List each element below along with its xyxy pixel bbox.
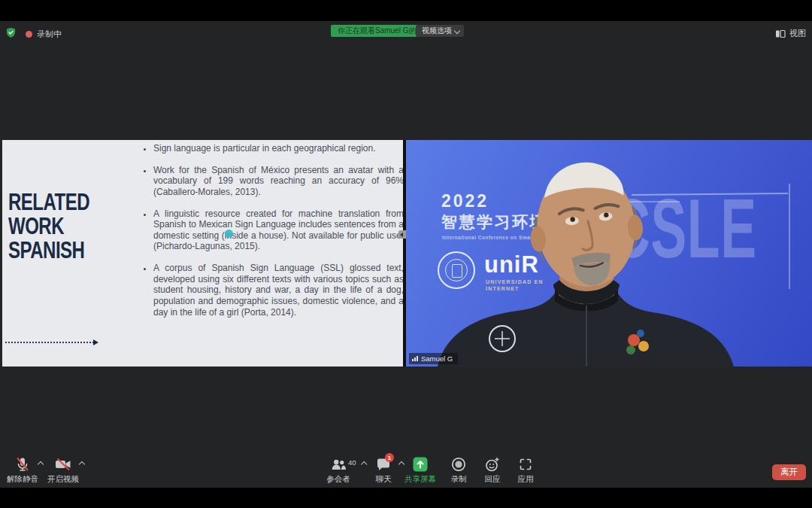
mic-muted-icon (14, 456, 31, 473)
reactions-icon (484, 456, 501, 473)
view-button[interactable]: 视图 (775, 28, 806, 39)
leave-button[interactable]: 离开 (772, 464, 806, 480)
unmute-button[interactable]: 解除静音 (7, 456, 38, 485)
camera-off-icon (54, 456, 72, 473)
participants-caret[interactable] (361, 461, 367, 467)
recording-label: 录制中 (37, 29, 62, 40)
chat-label: 聊天 (376, 474, 392, 485)
chat-unread-badge: 1 (385, 453, 394, 462)
reactions-label: 回应 (485, 474, 501, 485)
participants-label: 参会者 (326, 474, 350, 485)
letterbox-top (0, 0, 812, 21)
participants-icon (330, 456, 347, 473)
share-screen-label: 共享屏幕 (404, 474, 436, 485)
chevron-down-icon (454, 28, 460, 34)
video-options-label: 视频选项 (422, 26, 452, 35)
record-label: 录制 (451, 474, 467, 485)
start-video-label: 开启视频 (47, 474, 79, 485)
security-shield-icon[interactable] (6, 27, 16, 38)
signal-bars-icon (412, 356, 418, 361)
slide-bullet: A linguistic resource created for machin… (153, 208, 403, 253)
slide-bullet-list: Sign language is particular in each geog… (142, 143, 403, 328)
slide-bullet: A corpus of Spanish Sign Language (SSL) … (153, 263, 403, 318)
participant-name: Samuel G (421, 354, 453, 363)
shared-screen-slide: RELATED WORK SPANISH Sign language is pa… (2, 140, 403, 367)
apps-icon (517, 456, 534, 473)
slide-bullet: Work for the Spanish of México presents … (153, 165, 403, 198)
letterbox-bottom (0, 488, 812, 508)
unmute-label: 解除静音 (7, 474, 38, 485)
record-button[interactable]: 录制 (450, 456, 467, 485)
participants-button[interactable]: 40 参会者 (326, 456, 350, 485)
participant-video: CSLE 2022 智慧学习环境国际 International Confere… (406, 140, 812, 367)
slide-title-line2: SPANISH (8, 238, 144, 262)
meeting-toolbar: 解除静音 开启视频 40 参会者 (0, 456, 812, 488)
view-label: 视图 (789, 28, 806, 39)
video-options-caret[interactable] (79, 461, 85, 467)
share-screen-button[interactable]: 共享屏幕 (404, 456, 436, 485)
view-grid-icon (775, 29, 786, 38)
presenter-cursor-dot (225, 230, 233, 238)
slide-bullet: Sign language is particular in each geog… (153, 143, 403, 154)
participant-nametag: Samuel G (409, 353, 458, 364)
record-icon (450, 456, 467, 473)
recording-indicator: 录制中 (26, 29, 62, 40)
participants-count: 40 (348, 458, 356, 467)
presenter-figure (406, 140, 812, 367)
slide-title-line1: RELATED WORK (8, 190, 144, 238)
slide-title: RELATED WORK SPANISH (8, 190, 144, 262)
recording-dot-icon (26, 31, 32, 38)
slide-dotted-arrow (5, 342, 94, 343)
mic-options-caret[interactable] (38, 461, 44, 467)
video-options-dropdown[interactable]: 视频选项 (416, 25, 464, 37)
chat-caret[interactable] (398, 461, 404, 467)
chat-button[interactable]: 1 聊天 (375, 456, 392, 485)
apps-label: 应用 (518, 474, 534, 485)
start-video-button[interactable]: 开启视频 (47, 456, 79, 485)
share-screen-icon (412, 456, 429, 473)
reactions-button[interactable]: 回应 (484, 456, 501, 485)
apps-button[interactable]: 应用 (517, 456, 534, 485)
